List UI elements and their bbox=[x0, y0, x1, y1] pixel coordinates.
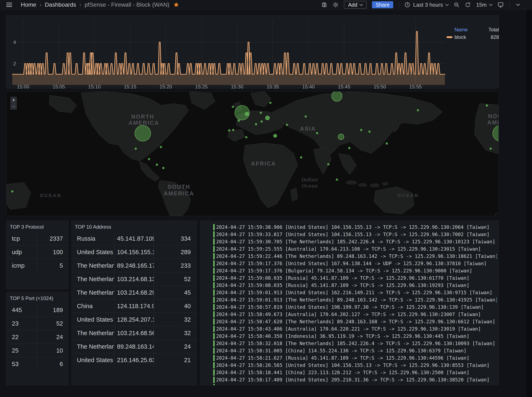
table-cell: 32 bbox=[154, 326, 197, 340]
map-data-dot bbox=[336, 179, 338, 181]
table-cell: 21 bbox=[154, 354, 197, 367]
map-data-dot bbox=[245, 112, 249, 116]
page-scroll-gutter[interactable] bbox=[526, 10, 532, 397]
table-row: The Netherlands103.214.68.2945 bbox=[71, 286, 197, 299]
map-data-dot bbox=[486, 105, 488, 107]
log-level-bar bbox=[213, 297, 215, 303]
log-level-bar bbox=[213, 369, 215, 376]
table-cell: 10 bbox=[37, 344, 68, 357]
map-zoom-in-button[interactable]: + bbox=[10, 97, 17, 103]
log-text: 2024-04-27 15:59:30.705 [The Netherlands… bbox=[216, 239, 495, 244]
table-cell: 124.118.174.95 bbox=[114, 299, 154, 313]
log-line: 2024-04-27 15:59:17.376 [Bulgaria] 79.12… bbox=[213, 268, 497, 274]
log-level-bar bbox=[213, 355, 215, 361]
table-cell: The Netherlands bbox=[71, 262, 114, 269]
map-region-label: AMER bbox=[487, 119, 499, 126]
log-line: 2024-04-27 15:58:17.409 [United States] … bbox=[213, 377, 497, 383]
log-text: 2024-04-27 15:58:31.005 [China] 114.55.2… bbox=[216, 348, 467, 354]
table-cell: 25 bbox=[6, 347, 37, 354]
dashboard-settings-gear-icon[interactable] bbox=[333, 2, 339, 8]
table-cell: 189 bbox=[37, 303, 68, 317]
table-row: United States104.156.155.13289 bbox=[71, 245, 197, 259]
log-text: 2024-04-27 15:59:17.376 [Bulgaria] 79.12… bbox=[216, 268, 472, 273]
breadcrumb: Home › Dashboards › pfSense - Firewall -… bbox=[21, 1, 179, 8]
map-region-label: AFRICA bbox=[251, 161, 276, 167]
table-row: icmp5 bbox=[6, 259, 68, 273]
world-map[interactable]: NORTHAMERICAASIAAFRICASOUTHAMERICAIndian… bbox=[6, 92, 499, 216]
save-dashboard-icon[interactable] bbox=[322, 2, 327, 8]
legend-series-total: 828 bbox=[474, 34, 499, 40]
table-row: The Netherlands89.248.163.14224 bbox=[71, 340, 197, 354]
table-cell: 445 bbox=[6, 307, 37, 314]
log-level-bar bbox=[213, 268, 215, 274]
map-data-dot bbox=[269, 102, 272, 104]
log-text: 2024-04-27 15:58:17.409 [United States] … bbox=[216, 377, 489, 383]
map-data-dot bbox=[417, 109, 419, 112]
panel-title[interactable]: TOP 5 Port (<1024) bbox=[6, 292, 68, 301]
log-level-bar bbox=[213, 282, 215, 288]
map-region-label: Ocean bbox=[301, 183, 318, 189]
table-cell: Russia bbox=[71, 235, 114, 242]
menu-icon[interactable] bbox=[6, 3, 12, 7]
share-button[interactable]: Share bbox=[372, 1, 393, 8]
log-line: 2024-04-27 15:59:08.035 [Russia] 45.141.… bbox=[213, 282, 497, 288]
log-text: 2024-04-27 15:59:22.446 [The Netherlands… bbox=[216, 254, 497, 259]
timeseries-chart[interactable]: 15:0015:0515:1015:1515:2015:2515:3015:35… bbox=[6, 15, 499, 89]
refresh-icon[interactable] bbox=[465, 2, 471, 8]
log-lines: 2024-04-27 15:59:38.906 [United States] … bbox=[213, 224, 497, 385]
map-zoom-out-button[interactable]: − bbox=[10, 103, 17, 110]
chevron-down-icon bbox=[445, 2, 449, 6]
kiosk-mode-icon[interactable] bbox=[498, 2, 504, 8]
address-table: Russia45.141.87.109334United States104.1… bbox=[71, 232, 197, 367]
breadcrumb-separator: › bbox=[79, 2, 81, 8]
map-region-label: NORTH bbox=[131, 114, 154, 120]
map-data-dot bbox=[360, 129, 362, 131]
map-region-label: NOR bbox=[488, 113, 499, 119]
log-level-bar bbox=[213, 304, 215, 310]
legend-total-header[interactable]: Total bbox=[474, 27, 499, 33]
map-region-label: Indian bbox=[301, 177, 318, 182]
log-text: 2024-04-27 15:58:47.620 [The Netherlands… bbox=[216, 319, 495, 324]
time-range-picker[interactable]: Last 3 hours bbox=[404, 2, 448, 8]
collapse-nav-chevron-icon[interactable] bbox=[515, 2, 521, 8]
table-row: 2510 bbox=[6, 344, 68, 357]
map-region-label: OCEAN bbox=[397, 193, 419, 198]
log-level-bar bbox=[213, 231, 215, 237]
table-cell: 233 bbox=[154, 259, 197, 272]
map-region-label: AMERICA bbox=[164, 190, 194, 197]
table-cell: 6 bbox=[37, 357, 68, 371]
log-line: 2024-04-27 15:59:33.817 [United States] … bbox=[213, 231, 497, 237]
log-level-bar bbox=[213, 333, 215, 339]
map-data-dot bbox=[260, 112, 262, 114]
log-line: 2024-04-27 15:59:30.705 [The Netherlands… bbox=[213, 239, 497, 245]
map-data-dot bbox=[265, 116, 270, 120]
log-line: 2024-04-27 15:58:21.627 [Russia] 45.141.… bbox=[213, 355, 497, 361]
panel-title[interactable]: TOP 3 Protocol bbox=[6, 221, 68, 230]
panel-title[interactable]: TOP 10 Address bbox=[71, 221, 197, 230]
log-text: 2024-04-27 15:59:08.035 [Russia] 45.141.… bbox=[216, 283, 469, 288]
table-cell: The Netherlands bbox=[71, 343, 114, 350]
table-row: The Netherlands103.214.68.1352 bbox=[71, 273, 197, 286]
table-cell: 103.214.68.29 bbox=[114, 286, 154, 299]
log-line: 2024-04-27 15:59:01.913 [United States] … bbox=[213, 289, 497, 296]
log-text: 2024-04-27 15:58:57.819 [United States] … bbox=[216, 304, 484, 310]
add-button[interactable]: Add bbox=[344, 1, 366, 9]
table-cell: 289 bbox=[154, 245, 197, 259]
log-text: 2024-04-27 15:59:38.906 [United States] … bbox=[216, 224, 489, 230]
table-row: tcp2337 bbox=[6, 232, 68, 245]
legend-series-label[interactable]: block bbox=[455, 34, 474, 40]
breadcrumb-dashboards[interactable]: Dashboards bbox=[45, 1, 76, 8]
top3-protocol-panel: TOP 3 Protocol tcp2337udp100icmp5 bbox=[6, 221, 69, 289]
breadcrumb-dashboard-title: pfSense - Firewall - Block (WAN) bbox=[85, 1, 169, 8]
log-text: 2024-04-27 15:59:01.913 [The Netherlands… bbox=[216, 297, 497, 303]
favorite-star-icon[interactable] bbox=[173, 2, 179, 8]
table-row: China124.118.174.9540 bbox=[71, 299, 197, 313]
breadcrumb-home[interactable]: Home bbox=[21, 1, 36, 8]
legend-name-header[interactable]: Name bbox=[455, 27, 474, 33]
zoom-out-time-icon[interactable] bbox=[454, 2, 459, 8]
log-text: 2024-04-27 15:58:20.565 [United States] … bbox=[216, 363, 489, 368]
refresh-interval-select[interactable]: 15m bbox=[476, 2, 492, 8]
table-cell: icmp bbox=[6, 262, 37, 269]
log-text: 2024-04-27 15:58:21.627 [Russia] 45.141.… bbox=[216, 355, 469, 361]
log-line: 2024-04-27 15:58:57.819 [United States] … bbox=[213, 304, 497, 310]
